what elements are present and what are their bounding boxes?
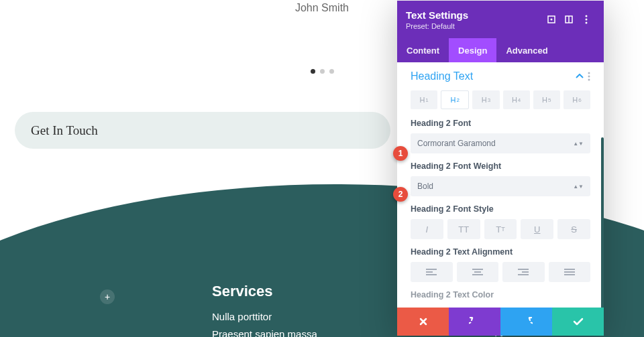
svg-point-6 [586, 22, 588, 24]
modal-action-bar [397, 308, 604, 336]
svg-point-4 [586, 15, 588, 17]
expand-icon[interactable] [543, 11, 560, 28]
color-field-label: Heading 2 Text Color [411, 290, 590, 299]
heading-tab-h4[interactable]: H4 [503, 90, 530, 109]
heading-tab-h3[interactable]: H3 [472, 90, 499, 109]
align-justify-button[interactable] [549, 262, 591, 282]
align-field-label: Heading 2 Text Alignment [411, 247, 590, 257]
font-field-label: Heading 2 Font [411, 119, 590, 128]
modal-titlebar[interactable]: Text Settings Preset: Default [397, 1, 604, 38]
align-right-button[interactable] [502, 262, 545, 282]
add-section-button[interactable]: + [100, 289, 115, 304]
text-align-row [411, 262, 590, 282]
italic-button[interactable]: I [411, 219, 443, 239]
modal-title: Text Settings [406, 9, 543, 21]
heading-tab-h1[interactable]: H1 [411, 90, 437, 109]
svg-point-1 [551, 19, 553, 21]
tab-design[interactable]: Design [449, 38, 496, 62]
font-select[interactable]: Cormorant Garamond ▲▼ [411, 133, 590, 153]
view-mode-icon[interactable] [560, 11, 578, 28]
confirm-button[interactable] [552, 308, 604, 336]
footer-service-item[interactable]: Nulla porttitor [212, 311, 317, 322]
carousel-dot[interactable] [311, 69, 315, 74]
modal-menu-icon[interactable] [578, 11, 595, 28]
tab-content[interactable]: Content [397, 38, 449, 62]
smallcaps-button[interactable]: TT [484, 219, 517, 239]
underline-button[interactable]: U [521, 219, 553, 239]
svg-point-7 [588, 72, 590, 74]
weight-select-value: Bold [417, 182, 433, 191]
font-select-value: Cormorant Garamond [417, 139, 496, 148]
heading-tab-h5[interactable]: H5 [533, 90, 560, 109]
heading-level-tabs: H1 H2 H3 H4 H5 H6 [411, 90, 590, 109]
tab-advanced[interactable]: Advanced [496, 38, 557, 62]
modal-scrollbar[interactable] [601, 137, 604, 336]
weight-field-label: Heading 2 Font Weight [411, 161, 590, 171]
footer-services-title: Services [212, 283, 317, 300]
footer-services: Services Nulla porttitor Praesent sapien… [212, 283, 317, 337]
svg-point-5 [586, 19, 588, 21]
carousel-dot[interactable] [320, 69, 325, 74]
get-in-touch-heading: Get In Touch [15, 112, 390, 149]
redo-button[interactable] [500, 308, 552, 336]
svg-point-8 [588, 76, 590, 78]
cancel-button[interactable] [397, 308, 449, 336]
heading-tab-h6[interactable]: H6 [564, 90, 590, 109]
align-left-button[interactable] [411, 262, 453, 282]
annotation-badge-2: 2 [393, 187, 408, 202]
modal-tabs: Content Design Advanced [397, 38, 604, 62]
section-menu-icon[interactable] [588, 72, 590, 81]
style-field-label: Heading 2 Font Style [411, 204, 590, 214]
strikethrough-button[interactable]: S [557, 219, 590, 239]
modal-preset-label[interactable]: Preset: Default [406, 22, 543, 30]
svg-point-9 [588, 79, 590, 81]
weight-select[interactable]: Bold ▲▼ [411, 176, 590, 196]
annotation-badge-1: 1 [393, 146, 408, 161]
align-center-button[interactable] [457, 262, 499, 282]
chevron-up-icon[interactable] [576, 74, 584, 79]
heading-tab-h2[interactable]: H2 [441, 90, 469, 109]
select-caret-icon: ▲▼ [573, 185, 584, 188]
section-title: Heading Text [411, 70, 576, 82]
carousel-dot[interactable] [329, 69, 334, 74]
undo-button[interactable] [449, 308, 500, 336]
footer-service-item[interactable]: Praesent sapien massa [212, 328, 317, 337]
text-settings-modal: Text Settings Preset: Default Content De… [397, 1, 604, 336]
font-style-row: I TT TT U S [411, 219, 590, 239]
section-header[interactable]: Heading Text [411, 62, 590, 90]
select-caret-icon: ▲▼ [573, 142, 584, 145]
uppercase-button[interactable]: TT [447, 219, 480, 239]
modal-body: Heading Text H1 H2 H3 H4 H5 H6 Heading 2… [397, 62, 604, 336]
